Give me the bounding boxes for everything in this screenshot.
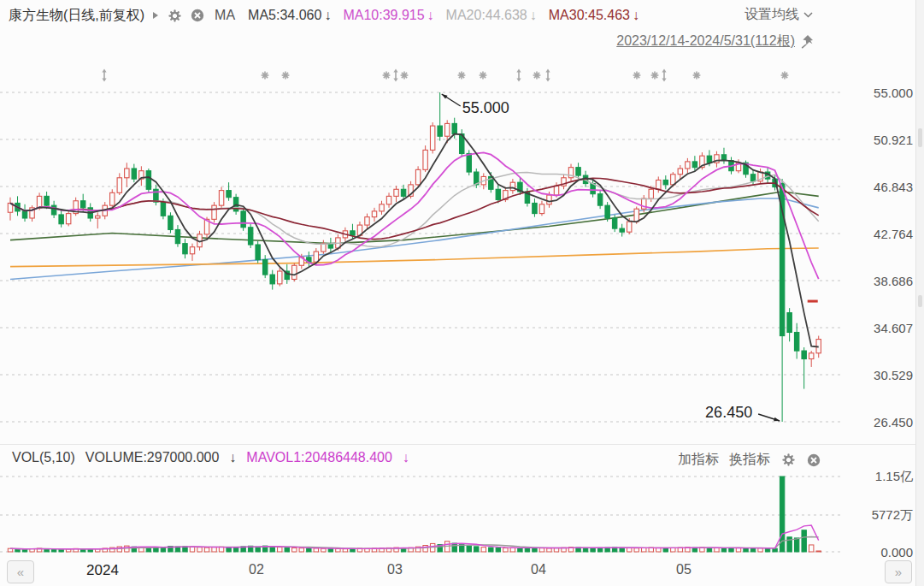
scroll-left-button[interactable]: « <box>7 560 34 583</box>
price-axis-label: 55.000 <box>874 86 913 100</box>
scrollbar-mark[interactable] <box>918 128 922 147</box>
pane-divider <box>0 444 924 445</box>
long-ma-orange <box>10 248 819 267</box>
star-icon[interactable] <box>781 72 789 80</box>
volume-axis-label: 0.000 <box>880 545 913 559</box>
price-axis-label: 50.921 <box>874 133 913 147</box>
ma-indicator-label: MA <box>215 8 235 23</box>
star-icon[interactable] <box>633 72 641 80</box>
high-annotation: 55.000 <box>462 99 509 116</box>
month-label: 03 <box>387 562 403 577</box>
updown-arrow-icon[interactable] <box>662 69 666 82</box>
chevron-down-icon <box>803 12 813 18</box>
star-icon[interactable] <box>480 72 487 80</box>
star-icon[interactable] <box>262 72 269 80</box>
price-mark-layer <box>808 300 818 303</box>
star-icon[interactable] <box>533 72 541 80</box>
star-icon[interactable] <box>651 72 659 80</box>
price-axis-label: 30.529 <box>874 368 913 382</box>
star-icon[interactable] <box>693 72 701 80</box>
right-scrollbar[interactable] <box>915 0 924 586</box>
set-ma-label: 设置均线 <box>744 6 799 24</box>
switch-indicator-button[interactable]: 换指标 <box>729 451 770 469</box>
price-axis-label: 26.450 <box>874 415 913 429</box>
mavol-value-label: MAVOL1:20486448.400 <box>246 450 392 465</box>
star-icon[interactable] <box>383 72 391 80</box>
low-annotation: 26.450 <box>705 404 752 421</box>
date-range[interactable]: 2023/12/14-2024/5/31(112根) <box>616 33 815 50</box>
price-axis-label: 42.764 <box>874 227 913 241</box>
updown-arrow-icon[interactable] <box>102 69 106 82</box>
price-mark <box>808 300 818 303</box>
set-ma-button[interactable]: 设置均线 <box>744 6 813 24</box>
ma-legend-item: MA30:45.463↓ <box>549 8 639 23</box>
volume-value-label: VOLUME:297000.000 <box>85 450 220 465</box>
main-chart-canvas[interactable]: 55.00026.450 <box>0 0 924 586</box>
star-icon[interactable] <box>401 72 409 80</box>
mavol1-line <box>10 525 819 549</box>
price-axis-label: 34.607 <box>874 321 913 335</box>
chart-header: 康方生物(日线,前复权) MA MA5:34.060↓MA10:39.915↓M… <box>9 5 639 26</box>
volume-arrow-icon: ↓ <box>229 450 236 465</box>
mavol-lines-layer <box>10 525 819 549</box>
vol-param-label: VOL(5,10) <box>12 450 75 465</box>
month-label: 2024 <box>86 562 119 579</box>
price-axis-label: 38.686 <box>874 274 913 288</box>
updown-arrow-icon[interactable] <box>393 69 397 82</box>
star-icon[interactable] <box>282 72 290 80</box>
ma-legend-item: MA10:39.915↓ <box>343 8 433 23</box>
volume-axis-label: 5772万 <box>872 507 913 524</box>
add-indicator-button[interactable]: 加指标 <box>678 451 719 469</box>
stock-chart-app: 55.00026.450 康方生物(日线,前复权) <box>0 0 924 586</box>
vol-close-icon[interactable] <box>806 453 821 468</box>
candles-layer <box>8 92 821 422</box>
volume-bars-layer <box>8 476 821 552</box>
event-markers-layer <box>102 69 788 82</box>
volume-tools: 加指标 换指标 <box>678 451 821 469</box>
ma-legend-item: MA20:44.638↓ <box>446 8 537 23</box>
month-label: 04 <box>531 562 546 577</box>
symbol-title[interactable]: 康方生物(日线,前复权) <box>9 7 144 25</box>
month-label: 05 <box>676 562 692 577</box>
month-label: 02 <box>249 562 264 577</box>
price-axis-label: 46.843 <box>874 180 913 194</box>
long-ma-lines-layer <box>10 192 819 279</box>
volume-header: VOL(5,10) VOLUME:297000.000 ↓ MAVOL1:204… <box>12 450 409 465</box>
updown-arrow-icon[interactable] <box>545 69 550 82</box>
scroll-right-button[interactable]: » <box>885 560 912 583</box>
symbol-caret-icon[interactable] <box>153 12 158 19</box>
vol-gear-icon[interactable] <box>780 453 796 468</box>
volume-axis-label: 1.15亿 <box>875 469 913 485</box>
pin-icon[interactable] <box>800 34 815 49</box>
date-range-label: 2023/12/14-2024/5/31(112根) <box>616 33 795 50</box>
mavol-arrow-icon: ↓ <box>403 450 409 465</box>
star-icon[interactable] <box>458 72 466 80</box>
scrollbar-mark[interactable] <box>918 295 922 307</box>
gear-icon[interactable] <box>167 8 182 23</box>
ma-legend: MA5:34.060↓MA10:39.915↓MA20:44.638↓MA30:… <box>248 8 639 23</box>
ma-legend-item: MA5:34.060↓ <box>248 8 331 23</box>
close-indicator-icon[interactable] <box>190 8 205 23</box>
updown-arrow-icon[interactable] <box>516 69 521 82</box>
